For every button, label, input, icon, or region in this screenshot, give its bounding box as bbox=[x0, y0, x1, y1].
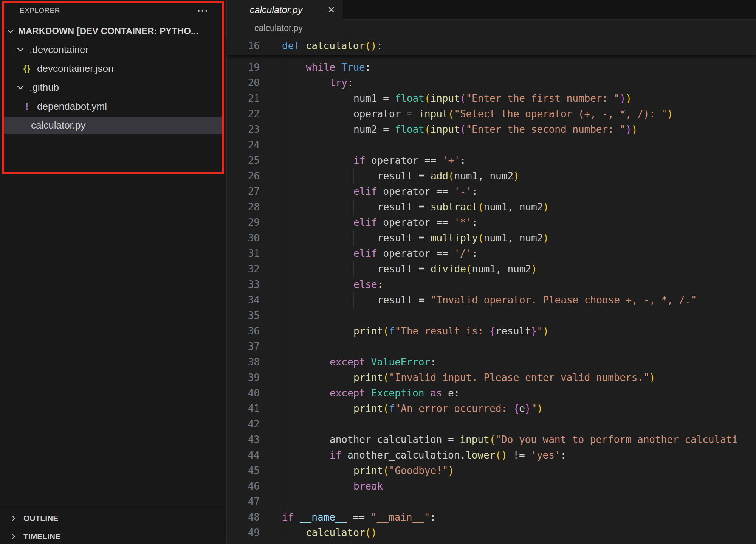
indent-guide bbox=[330, 153, 330, 168]
close-icon[interactable]: ✕ bbox=[327, 5, 335, 16]
code-line-21: 21num1 = float(input("Enter the first nu… bbox=[227, 91, 756, 106]
indent-guide bbox=[330, 215, 330, 230]
line-number: 37 bbox=[227, 339, 260, 354]
code-line-44: 44if another_calculation.lower() != 'yes… bbox=[227, 448, 756, 463]
line-number: 43 bbox=[227, 432, 260, 448]
code-line-50: 50 bbox=[227, 541, 756, 544]
indent-guide bbox=[306, 91, 306, 106]
line-number: 31 bbox=[227, 246, 260, 261]
tab-calculator-py[interactable]: calculator.py ✕ bbox=[227, 0, 343, 20]
code-line-43: 43another_calculation = input("Do you wa… bbox=[227, 432, 756, 448]
line-number: 23 bbox=[227, 122, 260, 137]
code-text: num2 = float(input("Enter the second num… bbox=[353, 122, 637, 137]
line-number: 20 bbox=[227, 75, 260, 91]
tree-item-label: calculator.py bbox=[31, 120, 86, 131]
editor-area: calculator.py ✕ calculator.py 16def calc… bbox=[227, 0, 756, 544]
code-line-28: 28result = subtract(num1, num2) bbox=[227, 199, 756, 215]
chevron-down-icon bbox=[16, 45, 25, 54]
tab-bar: calculator.py ✕ bbox=[227, 0, 756, 20]
indent-guide bbox=[282, 153, 282, 168]
line-number: 38 bbox=[227, 354, 260, 370]
indent-guide bbox=[306, 122, 306, 137]
timeline-section-header[interactable]: TIMELINE bbox=[0, 528, 226, 544]
chevron-down-icon bbox=[16, 83, 25, 92]
indent-guide bbox=[330, 184, 330, 199]
indent-guide bbox=[330, 230, 330, 246]
line-number: 16 bbox=[227, 36, 260, 55]
indent-guide bbox=[282, 370, 282, 385]
tree-item-devcontainer-json[interactable]: {}devcontainer.json bbox=[0, 59, 226, 78]
indent-guide bbox=[282, 261, 282, 277]
indent-guide bbox=[330, 122, 330, 137]
tree-item--devcontainer[interactable]: .devcontainer bbox=[0, 40, 226, 59]
line-number: 48 bbox=[227, 510, 260, 525]
chevron-down-icon bbox=[6, 26, 15, 36]
indent-guide bbox=[306, 370, 306, 385]
line-number: 27 bbox=[227, 184, 260, 199]
line-number: 36 bbox=[227, 323, 260, 339]
code-line-26: 26result = add(num1, num2) bbox=[227, 168, 756, 184]
indent-guide bbox=[282, 448, 282, 463]
indent-guide bbox=[282, 137, 282, 153]
workspace-root-row[interactable]: MARKDOWN [DEV CONTAINER: PYTHO... bbox=[0, 22, 226, 40]
code-line-40: 40except Exception as e: bbox=[227, 385, 756, 401]
indent-guide bbox=[282, 230, 282, 246]
indent-guide bbox=[282, 308, 282, 323]
indent-guide bbox=[330, 106, 330, 122]
code-line-30: 30result = multiply(num1, num2) bbox=[227, 230, 756, 246]
indent-guide bbox=[282, 184, 282, 199]
tree-item-calculator-py[interactable]: calculator.py bbox=[0, 116, 226, 135]
line-number: 22 bbox=[227, 106, 260, 122]
line-number: 47 bbox=[227, 494, 260, 510]
indent-guide bbox=[282, 432, 282, 448]
code-line-25: 25if operator == '+': bbox=[227, 153, 756, 168]
python-icon bbox=[242, 24, 250, 33]
code-line-24: 24 bbox=[227, 137, 756, 153]
indent-guide bbox=[330, 137, 330, 153]
more-actions-icon[interactable]: ⋯ bbox=[197, 7, 208, 14]
indent-guide bbox=[282, 122, 282, 137]
indent-guide bbox=[306, 261, 306, 277]
chevron-right-icon bbox=[10, 514, 17, 522]
code-line-32: 32result = divide(num1, num2) bbox=[227, 261, 756, 277]
code-text: def calculator(): bbox=[282, 36, 383, 55]
explorer-header: EXPLORER ⋯ bbox=[0, 0, 226, 19]
code-line-33: 33else: bbox=[227, 277, 756, 292]
outline-section-header[interactable]: OUTLINE bbox=[0, 508, 226, 528]
code-text: print(f"The result is: {result}") bbox=[353, 323, 549, 339]
code-text: elif operator == '*': bbox=[353, 215, 478, 230]
line-number: 39 bbox=[227, 370, 260, 385]
indent-guide bbox=[306, 215, 306, 230]
tree-item-dependabot-yml[interactable]: !dependabot.yml bbox=[0, 97, 226, 116]
code-line-23: 23num2 = float(input("Enter the second n… bbox=[227, 122, 756, 137]
code-line-46: 46break bbox=[227, 479, 756, 494]
sidebar-sections: OUTLINE TIMELINE bbox=[0, 508, 226, 544]
code-line-35: 35 bbox=[227, 308, 756, 323]
line-number: 41 bbox=[227, 401, 260, 417]
line-number: 40 bbox=[227, 385, 260, 401]
code-text: elif operator == '-': bbox=[353, 184, 478, 199]
code-view[interactable]: 19while True:20try:21num1 = float(input(… bbox=[227, 60, 756, 544]
code-line-45: 45print("Goodbye!") bbox=[227, 463, 756, 479]
indent-guide bbox=[330, 277, 330, 292]
line-number: 49 bbox=[227, 525, 260, 541]
indent-guide bbox=[282, 199, 282, 215]
tree-item--github[interactable]: .github bbox=[0, 78, 226, 97]
indent-guide bbox=[306, 106, 306, 122]
line-number: 46 bbox=[227, 479, 260, 494]
indent-guide bbox=[306, 137, 306, 153]
indent-guide bbox=[282, 401, 282, 417]
sticky-scroll-line[interactable]: 16def calculator(): bbox=[227, 36, 756, 55]
indent-guide bbox=[330, 168, 330, 184]
indent-guide bbox=[353, 261, 354, 277]
indent-guide bbox=[353, 199, 354, 215]
indent-guide bbox=[282, 354, 282, 370]
explorer-title: EXPLORER bbox=[20, 6, 60, 15]
tree-item-label: devcontainer.json bbox=[37, 63, 113, 75]
breadcrumb[interactable]: calculator.py bbox=[227, 20, 756, 36]
code-line-49: 49calculator() bbox=[227, 525, 756, 541]
indent-guide bbox=[330, 323, 330, 339]
indent-guide bbox=[330, 246, 330, 261]
code-line-37: 37 bbox=[227, 339, 756, 354]
indent-guide bbox=[282, 385, 282, 401]
